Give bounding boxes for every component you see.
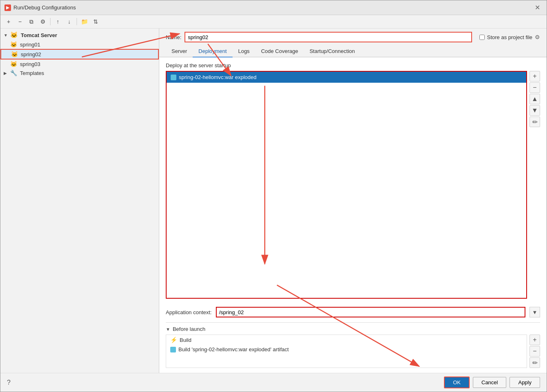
launch-item-artifact[interactable]: Build 'spring-02-hellomvc:war exploded' … xyxy=(166,345,527,354)
deploy-item-label: spring-02-hellomvc:war exploded xyxy=(179,74,257,80)
deploy-remove-button[interactable]: − xyxy=(529,82,540,93)
launch-items: ⚡ Build Build 'spring-02-hellomvc:war ex… xyxy=(166,335,527,368)
tree-spring02[interactable]: 🐱 spring02 xyxy=(0,49,159,59)
before-launch-buttons: + − ✏ xyxy=(529,335,540,368)
name-row: Name: Store as project file ⚙ xyxy=(159,29,547,46)
launch-item-build-label: Build xyxy=(180,337,191,343)
deploy-list-wrapper: spring-02-hellomvc:war exploded xyxy=(166,71,527,299)
app-context-input[interactable] xyxy=(216,307,525,317)
store-project-checkbox[interactable] xyxy=(479,35,485,40)
name-input[interactable] xyxy=(185,32,472,42)
artifact-icon xyxy=(170,347,176,352)
before-launch-content: ⚡ Build Build 'spring-02-hellomvc:war ex… xyxy=(166,335,540,368)
spring02-label: spring02 xyxy=(21,51,41,57)
tab-logs[interactable]: Logs xyxy=(233,46,255,57)
toolbar-separator xyxy=(50,18,51,25)
tree-templates[interactable]: ▶ 🔧 Templates xyxy=(0,68,159,77)
right-panel: Name: Store as project file ⚙ Server Dep… xyxy=(159,29,547,373)
ok-button[interactable]: OK xyxy=(444,377,470,388)
name-label: Name: xyxy=(166,34,181,40)
remove-config-button[interactable]: − xyxy=(15,17,25,26)
move-down-button[interactable]: ↓ xyxy=(64,17,74,26)
before-launch-header: ▼ Before launch xyxy=(166,326,540,332)
before-launch-section: ▼ Before launch ⚡ Build Build 'spring-02… xyxy=(166,322,540,368)
run-debug-dialog: ▶ Run/Debug Configurations ✕ + − ⧉ ⚙ ↑ ↓… xyxy=(0,0,547,392)
build-icon: ⚡ xyxy=(170,337,177,343)
toolbar: + − ⧉ ⚙ ↑ ↓ 📁 ⇅ xyxy=(0,15,547,29)
deploy-list-item[interactable]: spring-02-hellomvc:war exploded xyxy=(167,72,526,83)
toolbar-separator-2 xyxy=(77,18,77,25)
before-launch-remove-button[interactable]: − xyxy=(529,346,540,357)
cancel-button[interactable]: Cancel xyxy=(473,377,506,388)
close-button[interactable]: ✕ xyxy=(532,3,543,12)
deploy-add-button[interactable]: + xyxy=(529,71,540,81)
spring03-label: spring03 xyxy=(20,61,40,67)
templates-icon: 🔧 xyxy=(10,70,17,76)
left-panel: ▼ 🐱 Tomcat Server 🐱 spring01 🐱 spring02 … xyxy=(0,29,159,373)
deploy-edit-button[interactable]: ✏ xyxy=(529,117,540,127)
dialog-icon: ▶ xyxy=(4,4,11,11)
tab-deployment[interactable]: Deployment xyxy=(193,46,232,57)
title-bar: ▶ Run/Debug Configurations ✕ xyxy=(0,0,547,15)
launch-item-build[interactable]: ⚡ Build xyxy=(166,335,527,345)
apply-button[interactable]: Apply xyxy=(510,377,540,388)
tree-spring03[interactable]: 🐱 spring03 xyxy=(0,59,159,68)
title-bar-left: ▶ Run/Debug Configurations xyxy=(4,4,76,11)
before-launch-edit-button[interactable]: ✏ xyxy=(529,357,540,368)
sort-button[interactable]: ⇅ xyxy=(91,17,101,26)
settings-button[interactable]: ⚙ xyxy=(38,17,48,26)
gear-icon[interactable]: ⚙ xyxy=(535,34,540,40)
panel-body: Deploy at the server startup spring-02-h… xyxy=(159,57,547,373)
templates-label: Templates xyxy=(20,70,44,76)
tab-server[interactable]: Server xyxy=(166,46,193,57)
move-up-button[interactable]: ↑ xyxy=(53,17,63,26)
deploy-down-button[interactable]: ▼ xyxy=(529,105,540,116)
before-launch-add-button[interactable]: + xyxy=(529,335,540,345)
spring01-label: spring01 xyxy=(20,42,40,48)
tomcat-icon: 🐱 xyxy=(10,31,18,39)
deploy-side-buttons: + − ▲ ▼ ✏ xyxy=(529,71,540,299)
tree-tomcat-server[interactable]: ▼ 🐱 Tomcat Server xyxy=(0,30,159,40)
tree-spring01[interactable]: 🐱 spring01 xyxy=(0,40,159,49)
store-project-row: Store as project file ⚙ xyxy=(479,34,540,40)
folder-button[interactable]: 📁 xyxy=(79,17,89,26)
app-context-dropdown[interactable]: ▼ xyxy=(529,307,540,317)
main-content: ▼ 🐱 Tomcat Server 🐱 spring01 🐱 spring02 … xyxy=(0,29,547,373)
deploy-up-button[interactable]: ▲ xyxy=(529,94,540,104)
before-launch-toggle[interactable]: ▼ xyxy=(166,327,170,332)
tomcat-server-label: Tomcat Server xyxy=(21,32,57,38)
spring03-icon: 🐱 xyxy=(10,61,17,67)
tomcat-toggle: ▼ xyxy=(4,33,9,37)
deploy-section-title: Deploy at the server startup xyxy=(166,62,540,68)
spring02-icon: 🐱 xyxy=(11,51,18,57)
tab-startup-connection[interactable]: Startup/Connection xyxy=(304,46,360,57)
help-button[interactable]: ? xyxy=(7,379,11,386)
spring01-icon: 🐱 xyxy=(10,41,17,48)
app-context-label: Application context: xyxy=(166,309,212,315)
dialog-title: Run/Debug Configurations xyxy=(13,4,76,11)
deploy-area: spring-02-hellomvc:war exploded + − ▲ ▼ … xyxy=(166,71,540,299)
tabs-row: Server Deployment Logs Code Coverage Sta… xyxy=(159,46,547,57)
before-launch-title: Before launch xyxy=(173,326,205,332)
footer: ? OK Cancel Apply xyxy=(0,373,547,392)
app-context-row: Application context: ▼ xyxy=(166,307,540,317)
deploy-item-icon xyxy=(171,75,176,80)
tab-code-coverage[interactable]: Code Coverage xyxy=(255,46,304,57)
templates-toggle: ▶ xyxy=(4,71,9,75)
store-project-label: Store as project file xyxy=(487,34,532,40)
copy-config-button[interactable]: ⧉ xyxy=(26,17,36,26)
launch-item-artifact-label: Build 'spring-02-hellomvc:war exploded' … xyxy=(178,346,289,352)
footer-buttons: OK Cancel Apply xyxy=(444,377,540,388)
add-config-button[interactable]: + xyxy=(4,17,13,26)
